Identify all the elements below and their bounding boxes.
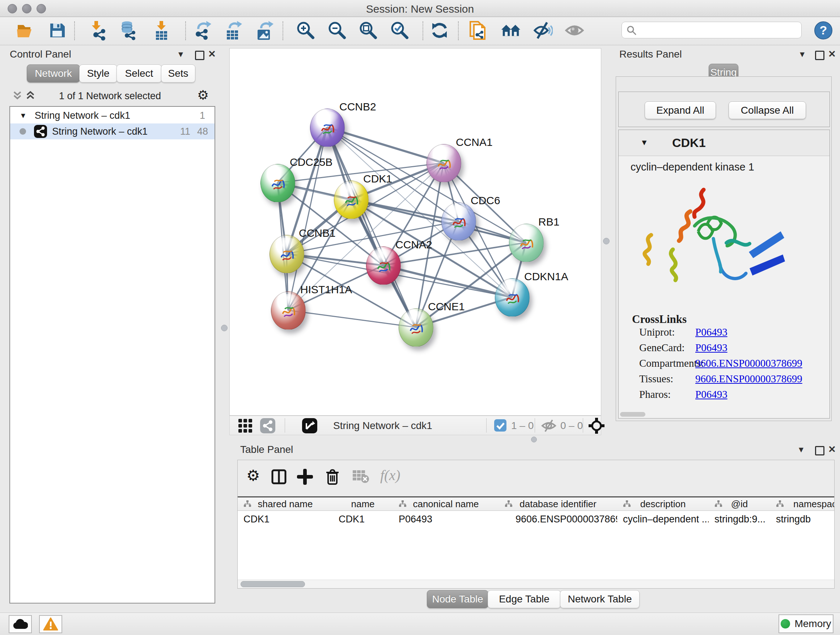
import-network-database-icon[interactable] <box>118 20 139 41</box>
title-bar: Session: New Session <box>0 0 840 17</box>
expand-all-button[interactable]: Expand All <box>645 101 716 119</box>
network-node-cdk1[interactable] <box>334 181 369 219</box>
refresh-icon[interactable] <box>429 20 450 41</box>
tab-sets[interactable]: Sets <box>161 65 195 82</box>
column-header-sharedname[interactable]: shared name <box>238 497 333 511</box>
crosslink-link[interactable]: 9606.ENSP00000378699 <box>695 373 802 385</box>
warnings-button[interactable] <box>39 615 62 633</box>
float-panel-icon[interactable] <box>815 446 824 455</box>
crosslink-link[interactable]: 9606.ENSP00000378699 <box>695 357 802 369</box>
crosslink-link[interactable]: P06493 <box>695 326 728 338</box>
import-table-file-icon[interactable] <box>152 20 172 41</box>
search-input[interactable] <box>640 24 797 36</box>
show-eye-icon[interactable] <box>564 20 584 41</box>
network-node-cdc25b[interactable] <box>261 164 295 203</box>
network-node-ccnb1[interactable] <box>270 235 304 273</box>
section-title: CDK1 <box>672 136 706 150</box>
close-panel-icon[interactable]: ✕ <box>208 49 216 60</box>
collapse-panel-icon[interactable]: ▾ <box>178 49 183 60</box>
memory-button[interactable]: Memory <box>778 614 834 633</box>
network-view-share-icon[interactable] <box>260 418 275 433</box>
grid-view-icon[interactable] <box>238 418 253 433</box>
selected-checkbox-icon[interactable] <box>494 419 507 432</box>
crosslink-link[interactable]: P06493 <box>695 388 728 401</box>
tab-select[interactable]: Select <box>117 65 162 82</box>
tab-network-table[interactable]: Network Table <box>560 590 639 608</box>
close-panel-icon[interactable]: ✕ <box>828 444 836 455</box>
string-document-icon[interactable] <box>468 20 488 41</box>
network-node-ccne1[interactable] <box>399 309 433 347</box>
section-expanded-icon[interactable]: ▼ <box>640 138 648 147</box>
zoom-in-icon[interactable] <box>295 20 316 41</box>
zoom-selected-icon[interactable] <box>390 20 410 41</box>
zoom-out-icon[interactable] <box>327 20 347 41</box>
string-home-icon[interactable] <box>501 20 521 41</box>
network-node-ccna1[interactable] <box>426 144 461 182</box>
crosslink-label: Uniprot: <box>639 326 675 338</box>
network-node-hist1h1a[interactable] <box>271 291 306 330</box>
network-node-ccnb2[interactable] <box>310 109 345 147</box>
network-node-cdc6[interactable] <box>441 203 476 241</box>
hidden-eye-icon[interactable] <box>541 419 557 432</box>
save-session-icon[interactable] <box>47 20 67 41</box>
collapse-panel-icon[interactable]: ▾ <box>800 49 805 60</box>
export-table-icon[interactable] <box>223 20 243 41</box>
float-panel-icon[interactable] <box>815 51 824 60</box>
column-header-name[interactable]: name <box>333 497 393 511</box>
crosshair-icon[interactable] <box>589 418 605 434</box>
tab-edge-table[interactable]: Edge Table <box>488 590 561 608</box>
add-column-icon[interactable] <box>297 469 313 485</box>
left-splitter-handle[interactable] <box>221 325 227 331</box>
close-panel-icon[interactable]: ✕ <box>828 49 836 60</box>
tab-style[interactable]: Style <box>79 65 117 82</box>
column-header-databaseidentifier[interactable]: database identifier <box>499 497 617 511</box>
network-view-title: String Network – cdk1 <box>333 420 432 432</box>
function-builder-icon: f(x) <box>380 467 401 484</box>
float-panel-icon[interactable] <box>195 51 204 60</box>
collapse-all-button[interactable]: Collapse All <box>729 101 806 119</box>
crosslink-link[interactable]: P06493 <box>695 342 728 354</box>
network-row-selected[interactable]: String Network – cdk1 11 48 <box>10 124 215 139</box>
column-header-canonicalname[interactable]: canonical name <box>393 497 499 511</box>
network-options-gear-icon[interactable]: ⚙ <box>197 88 209 103</box>
network-node-cdkn1a[interactable] <box>495 279 530 317</box>
zoom-fit-icon[interactable] <box>358 20 378 41</box>
table-content-box: ⚙ f(x) shared namenamecanonical namedata… <box>237 460 835 589</box>
network-view[interactable]: CCNB2 CCNA1 CDC25B CDK1 CDC6 RB1 CCNB1 C… <box>229 48 601 416</box>
crosslink-label: Pharos: <box>639 388 671 401</box>
network-collection-row[interactable]: ▼ String Network – cdk1 1 <box>10 108 215 124</box>
network-selection-status: 1 of 1 Network selected <box>5 90 215 102</box>
bottom-splitter-handle[interactable] <box>531 437 537 442</box>
tree-expanded-icon[interactable]: ▼ <box>19 111 27 120</box>
toolbar-separator <box>486 418 486 432</box>
search-field[interactable] <box>622 22 802 38</box>
cdk1-section: ▼ CDK1 cyclin–dependent kinase 1 <box>618 130 830 418</box>
column-header-description[interactable]: description <box>617 497 709 511</box>
table-hscrollbar[interactable] <box>238 580 835 588</box>
hide-glass-icon[interactable] <box>532 20 553 41</box>
network-node-ccna2[interactable] <box>366 247 401 285</box>
results-scrollbar-thumb[interactable] <box>620 412 645 417</box>
table-columns-icon[interactable] <box>271 469 287 485</box>
column-header-id[interactable]: @id <box>709 497 771 511</box>
tab-node-table[interactable]: Node Table <box>427 590 488 608</box>
table-panel: Table Panel ▾ ✕ ⚙ f(x) shared namenameca… <box>234 442 836 613</box>
export-network-icon[interactable] <box>193 20 213 41</box>
network-node-rb1[interactable] <box>509 224 544 262</box>
delete-column-trash-icon[interactable] <box>325 468 340 485</box>
collapse-panel-icon[interactable]: ▾ <box>799 444 804 455</box>
table-hscrollbar-thumb[interactable] <box>240 581 305 587</box>
tab-network[interactable]: Network <box>27 65 80 82</box>
node-label-ccne1: CCNE1 <box>428 301 465 313</box>
table-gear-icon[interactable]: ⚙ <box>246 467 260 485</box>
delete-table-icon[interactable] <box>353 470 369 484</box>
column-header-namespace[interactable]: namespace <box>770 497 835 511</box>
cloud-status-button[interactable] <box>9 615 32 633</box>
detach-view-icon[interactable] <box>302 418 317 433</box>
section-header[interactable]: ▼ CDK1 <box>619 130 829 156</box>
help-icon[interactable]: ? <box>813 20 834 41</box>
right-splitter-handle[interactable] <box>603 238 609 244</box>
import-network-file-icon[interactable] <box>88 20 108 41</box>
export-image-icon[interactable] <box>255 20 275 41</box>
open-session-icon[interactable] <box>15 20 35 41</box>
